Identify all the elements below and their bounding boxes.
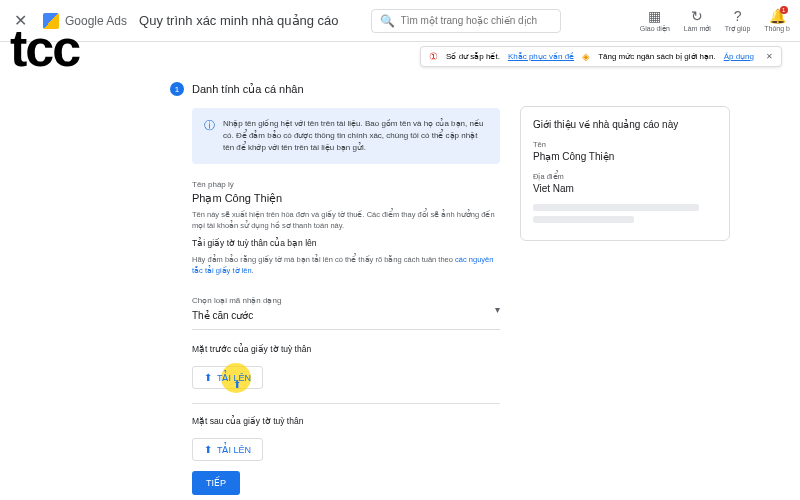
search-box[interactable]: 🔍	[371, 9, 561, 33]
appearance-button[interactable]: ▦ Giao diện	[640, 8, 670, 33]
legal-name-label: Tên pháp lý	[192, 180, 500, 189]
page-title: Quy trình xác minh nhà quảng cáo	[139, 13, 339, 28]
chevron-down-icon: ▾	[495, 304, 500, 315]
close-icon[interactable]: ✕	[10, 7, 31, 34]
brand-text: Google Ads	[65, 14, 127, 28]
lightbulb-icon: ◈	[582, 51, 590, 62]
upload-title: Tải giấy tờ tuỳ thân của bạn lên	[192, 238, 500, 248]
info-icon: ⓘ	[204, 118, 215, 154]
upload-back-label: TẢI LÊN	[217, 445, 251, 455]
side-name-value: Phạm Công Thiện	[533, 151, 717, 162]
front-upload-label: Mặt trước của giấy tờ tuỳ thân	[192, 344, 500, 354]
google-ads-icon	[43, 13, 59, 29]
bell-icon: 🔔1	[769, 8, 786, 24]
cursor-icon: ⬆	[233, 379, 241, 390]
id-type-value: Thẻ căn cước	[192, 310, 253, 321]
legal-name-value: Phạm Công Thiện	[192, 192, 500, 205]
balance-fix-link[interactable]: Khắc phục vấn đề	[508, 52, 574, 61]
side-location-value: Viet Nam	[533, 183, 717, 194]
appearance-icon: ▦	[648, 8, 661, 24]
alert-bar: ① Số dư sắp hết. Khắc phục vấn đề ◈ Tăng…	[420, 46, 782, 67]
upload-icon: ⬆	[204, 444, 212, 455]
advertiser-card: Giới thiệu về nhà quảng cáo này Tên Phạm…	[520, 106, 730, 241]
upload-back-button[interactable]: ⬆ TẢI LÊN	[192, 438, 263, 461]
budget-alert-text: Tăng mức ngân sách bị giới hạn.	[598, 52, 716, 61]
back-upload-label: Mặt sau của giấy tờ tuỳ thân	[192, 416, 500, 426]
step-1-header: 1 Danh tính của cá nhân	[170, 82, 500, 96]
refresh-button[interactable]: ↻ Làm mới	[684, 8, 711, 33]
divider	[192, 403, 500, 404]
info-box: ⓘ Nhập tên giống hệt với tên trên tài li…	[192, 108, 500, 164]
search-input[interactable]	[401, 15, 552, 26]
budget-apply-link[interactable]: Áp dụng	[724, 52, 754, 61]
alert-close-icon[interactable]: ✕	[766, 52, 773, 61]
help-icon: ?	[734, 8, 742, 24]
continue-button[interactable]: TIẾP	[192, 471, 240, 495]
upload-icon: ⬆	[204, 372, 212, 383]
legal-name-desc: Tên này sẽ xuất hiện trên hóa đơn và giấ…	[192, 209, 500, 232]
refresh-label: Làm mới	[684, 25, 711, 33]
refresh-icon: ↻	[691, 8, 703, 24]
notifications-label: Thông b	[764, 25, 790, 32]
skeleton-line	[533, 216, 634, 223]
main-panel: 1 Danh tính của cá nhân ⓘ Nhập tên giống…	[170, 82, 500, 500]
upload-front-button[interactable]: ⬆ TẢI LÊN ⬆	[192, 366, 263, 389]
step-1-number: 1	[170, 82, 184, 96]
id-type-select[interactable]: Chọn loại mã nhận dạng Thẻ căn cước ▾	[192, 290, 500, 330]
help-label: Trợ giúp	[725, 25, 751, 33]
notification-badge: 1	[780, 6, 788, 14]
upload-desc: Hãy đảm bảo rằng giấy tờ mà bạn tải lên …	[192, 254, 500, 277]
skeleton-line	[533, 204, 699, 211]
side-card-title: Giới thiệu về nhà quảng cáo này	[533, 119, 717, 130]
side-name-label: Tên	[533, 140, 717, 149]
warning-icon: ①	[429, 51, 438, 62]
side-location-label: Địa điểm	[533, 172, 717, 181]
step-1-title: Danh tính của cá nhân	[192, 83, 304, 96]
search-icon: 🔍	[380, 14, 395, 28]
balance-alert-text: Số dư sắp hết.	[446, 52, 500, 61]
notifications-button[interactable]: 🔔1 Thông b	[764, 8, 790, 33]
info-text: Nhập tên giống hệt với tên trên tài liệu…	[223, 118, 488, 154]
appearance-label: Giao diện	[640, 25, 670, 33]
id-type-label: Chọn loại mã nhận dạng	[192, 296, 281, 305]
brand-logo: Google Ads	[43, 13, 127, 29]
help-button[interactable]: ? Trợ giúp	[725, 8, 751, 33]
